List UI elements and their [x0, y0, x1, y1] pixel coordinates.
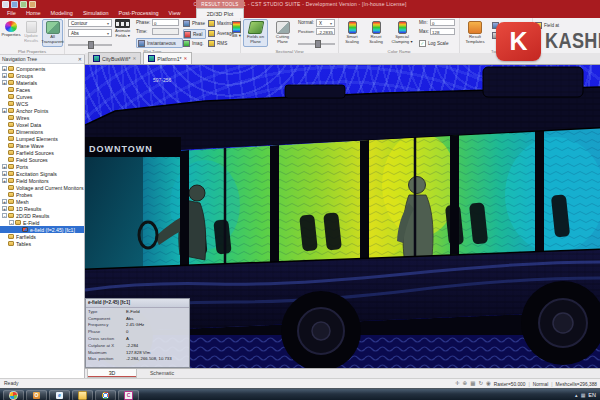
rotate-view-icon[interactable]: ↻ — [478, 381, 483, 387]
expand-toggle-icon[interactable]: + — [2, 206, 7, 211]
expand-toggle-icon[interactable]: + — [2, 199, 7, 204]
mesh-view-icon[interactable]: ▦ — [470, 381, 475, 387]
tree-item[interactable]: Farfields — [0, 233, 84, 240]
tree-item[interactable]: - 2D/3D Results — [0, 212, 84, 219]
expand-toggle-icon[interactable]: + — [2, 178, 7, 183]
zoom-view-icon[interactable]: ◉ — [486, 381, 491, 387]
expand-toggle-icon[interactable]: + — [2, 66, 7, 71]
real-toggle[interactable]: Real — [183, 29, 206, 39]
tree-item[interactable]: + Materials — [0, 79, 84, 86]
pick-point-icon[interactable]: ✛ — [455, 381, 460, 387]
update-results-button[interactable]: Update Results — [21, 19, 41, 47]
axes-icon[interactable]: ⊕ — [463, 381, 468, 387]
all-transparent-toggle[interactable]: All Transparent — [42, 19, 63, 47]
tree-item[interactable]: Probes — [0, 191, 84, 198]
viewport-3d[interactable]: DOWNTOWN 597-256 e-fie — [85, 65, 600, 368]
tray-grid-icon[interactable]: ▦ — [581, 392, 586, 398]
internet-explorer[interactable]: e — [49, 390, 70, 400]
instantaneous-toggle[interactable]: Instantaneous — [136, 38, 183, 48]
log-scale-checkbox[interactable]: ✓ Log Scale — [419, 39, 448, 47]
tree-item[interactable]: - E-Field — [0, 219, 84, 226]
normal-select[interactable]: X▾ — [316, 19, 335, 27]
tree-item[interactable]: Faces — [0, 86, 84, 93]
slider-thumb[interactable] — [315, 40, 321, 48]
rms-toggle[interactable]: RMS — [208, 39, 227, 47]
destination-sign-text: DOWNTOWN — [89, 144, 153, 154]
ribbon-tab[interactable]: Modeling — [46, 8, 78, 18]
db-toggle[interactable]: dB ▾ — [232, 21, 241, 38]
cutting-plane-button[interactable]: Cutting Plane — [270, 19, 295, 47]
expand-toggle-icon[interactable]: + — [2, 171, 7, 176]
expand-toggle-icon[interactable]: + — [2, 73, 7, 78]
expand-toggle-icon[interactable]: - — [2, 213, 7, 218]
tree-item[interactable]: + Field Monitors — [0, 177, 84, 184]
expand-toggle-icon[interactable]: - — [9, 220, 14, 225]
explorer[interactable] — [72, 390, 93, 400]
average-toggle[interactable]: Average — [208, 29, 234, 37]
tree-item[interactable]: Voxel Data — [0, 121, 84, 128]
ribbon-tab[interactable]: File — [2, 8, 21, 18]
tree-item[interactable]: Curves — [0, 93, 84, 100]
tree-item[interactable]: Wires — [0, 114, 84, 121]
close-icon[interactable]: ✕ — [78, 55, 82, 64]
tree-item[interactable]: + Mesh — [0, 198, 84, 205]
time-label: Time: — [136, 29, 147, 34]
special-clamping-button[interactable]: Special Clamping ▾ — [389, 19, 415, 47]
tree-item[interactable]: + Excitation Signals — [0, 170, 84, 177]
tree-item[interactable]: + Groups — [0, 72, 84, 79]
min-input[interactable]: 0 — [430, 19, 455, 26]
imag-toggle[interactable]: Imag. — [183, 39, 204, 47]
max-input[interactable]: 128 — [430, 28, 455, 35]
expand-toggle-icon[interactable]: + — [2, 108, 7, 113]
document-tab[interactable]: Platform1* ✕ — [143, 52, 192, 64]
ribbon-tab[interactable]: Simulation — [78, 8, 114, 18]
opacity-slider[interactable] — [68, 41, 112, 47]
ribbon-tab[interactable]: Home — [21, 8, 46, 18]
tree-item[interactable]: + Anchor Points — [0, 107, 84, 114]
tree-item[interactable]: + Components — [0, 65, 84, 72]
close-icon[interactable]: ✕ — [184, 56, 188, 61]
tree-item[interactable]: + Ports — [0, 163, 84, 170]
document-tab[interactable]: CityBusWifi* ✕ — [88, 52, 141, 64]
cst[interactable]: C — [118, 390, 139, 400]
animate-fields-button[interactable]: Animate Fields ▾ — [115, 19, 130, 39]
position-slider[interactable] — [298, 40, 335, 46]
phase-toggle[interactable]: Phase — [183, 19, 205, 27]
chrome[interactable] — [95, 390, 116, 400]
outlook[interactable]: O — [26, 390, 47, 400]
tree-item[interactable]: + 1D Results — [0, 205, 84, 212]
tree-item[interactable]: e-field (f=2.45) [fc1] — [0, 226, 84, 233]
special-clamping-icon — [398, 21, 407, 34]
tree-item[interactable]: Lumped Elements — [0, 135, 84, 142]
ribbon-tab[interactable]: Post-Processing — [114, 8, 164, 18]
contour-select[interactable]: Contour▾ — [68, 19, 112, 27]
close-icon[interactable]: ✕ — [133, 56, 137, 61]
tree-item[interactable]: WCS — [0, 100, 84, 107]
component-select[interactable]: Abs▾ — [68, 29, 112, 37]
tree-item[interactable]: Plane Wave — [0, 142, 84, 149]
smart-scaling-button[interactable]: Smart Scaling — [341, 19, 363, 47]
position-input[interactable]: -2.2835 — [316, 28, 335, 35]
expand-toggle-icon[interactable]: + — [2, 164, 7, 169]
tree-item[interactable]: Farfield Sources — [0, 149, 84, 156]
tree-item[interactable]: Field Sources — [0, 156, 84, 163]
language-indicator[interactable]: EN — [588, 392, 596, 398]
start[interactable] — [3, 390, 24, 400]
tab-2d3d-plot[interactable]: 2D/3D Plot — [196, 8, 244, 18]
reset-scaling-button[interactable]: Reset Scaling — [365, 19, 387, 47]
phase-input[interactable]: 0 — [152, 19, 179, 26]
tree-item[interactable]: Dimensions — [0, 128, 84, 135]
fields-on-plane-toggle[interactable]: Fields on Plane — [243, 19, 268, 47]
ribbon-tab[interactable]: View — [164, 8, 186, 18]
expand-toggle-icon[interactable]: + — [2, 80, 7, 85]
view-tab[interactable]: 3D — [87, 369, 137, 378]
view-tab[interactable]: Schematic — [137, 369, 187, 378]
properties-button[interactable]: Properties — [1, 19, 21, 47]
tray-up-icon[interactable]: ▴ — [575, 392, 578, 398]
time-input[interactable] — [152, 28, 179, 35]
slider-thumb[interactable] — [88, 41, 94, 49]
properties-icon — [5, 21, 17, 32]
tree-item[interactable]: Tables — [0, 240, 84, 247]
tree-item[interactable]: Voltage and Current Monitors — [0, 184, 84, 191]
result-templates-button[interactable]: Result Templates — [462, 19, 488, 47]
